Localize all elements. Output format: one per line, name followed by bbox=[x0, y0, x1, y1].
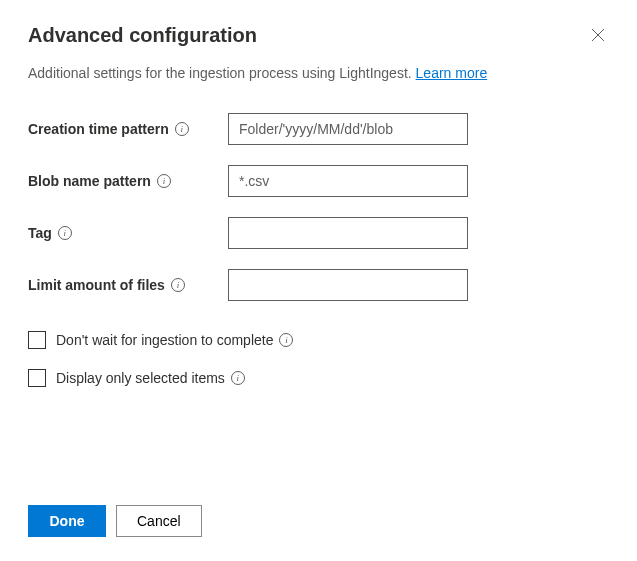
creation-time-input[interactable] bbox=[228, 113, 468, 145]
blob-name-label: Blob name pattern i bbox=[28, 173, 228, 189]
display-selected-checkbox[interactable] bbox=[28, 369, 46, 387]
learn-more-link[interactable]: Learn more bbox=[416, 65, 488, 81]
close-button[interactable] bbox=[587, 24, 609, 49]
dont-wait-label-text: Don't wait for ingestion to complete bbox=[56, 332, 273, 348]
cancel-button[interactable]: Cancel bbox=[116, 505, 202, 537]
dont-wait-label: Don't wait for ingestion to complete i bbox=[56, 332, 293, 348]
info-icon[interactable]: i bbox=[175, 122, 189, 136]
blob-name-input[interactable] bbox=[228, 165, 468, 197]
info-icon[interactable]: i bbox=[157, 174, 171, 188]
close-icon bbox=[591, 28, 605, 42]
dialog-subtitle: Additional settings for the ingestion pr… bbox=[28, 65, 609, 81]
subtitle-text: Additional settings for the ingestion pr… bbox=[28, 65, 416, 81]
blob-name-label-text: Blob name pattern bbox=[28, 173, 151, 189]
creation-time-label-text: Creation time pattern bbox=[28, 121, 169, 137]
limit-files-label: Limit amount of files i bbox=[28, 277, 228, 293]
info-icon[interactable]: i bbox=[279, 333, 293, 347]
limit-files-input[interactable] bbox=[228, 269, 468, 301]
limit-files-label-text: Limit amount of files bbox=[28, 277, 165, 293]
tag-label-text: Tag bbox=[28, 225, 52, 241]
info-icon[interactable]: i bbox=[171, 278, 185, 292]
dialog-title: Advanced configuration bbox=[28, 24, 257, 47]
done-button[interactable]: Done bbox=[28, 505, 106, 537]
dont-wait-checkbox[interactable] bbox=[28, 331, 46, 349]
tag-input[interactable] bbox=[228, 217, 468, 249]
info-icon[interactable]: i bbox=[58, 226, 72, 240]
tag-label: Tag i bbox=[28, 225, 228, 241]
display-selected-label-text: Display only selected items bbox=[56, 370, 225, 386]
creation-time-label: Creation time pattern i bbox=[28, 121, 228, 137]
display-selected-label: Display only selected items i bbox=[56, 370, 245, 386]
info-icon[interactable]: i bbox=[231, 371, 245, 385]
